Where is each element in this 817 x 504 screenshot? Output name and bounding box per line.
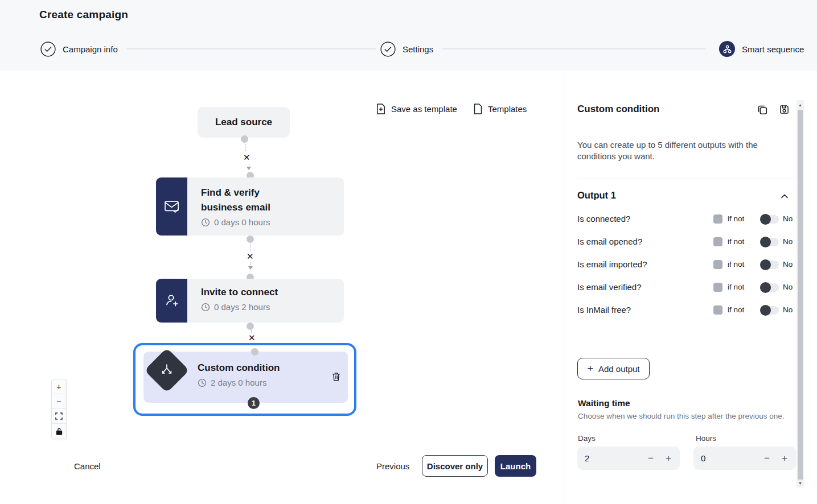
condition-row: Is email opened? if not No xyxy=(577,237,797,248)
check-circle-icon xyxy=(380,42,396,57)
node-title: Custom condition xyxy=(198,361,280,375)
page-title: Create campaign xyxy=(39,9,128,21)
connector-line xyxy=(251,262,251,265)
output-count-badge: 1 xyxy=(248,397,260,409)
scroll-up-icon[interactable]: ▲ xyxy=(797,101,804,109)
condition-label: Is email imported? xyxy=(577,259,647,269)
delete-node-button[interactable] xyxy=(329,369,343,384)
node-custom-condition[interactable]: Custom condition 2 days 0 hours 1 xyxy=(143,352,348,403)
connector-handle-dot xyxy=(247,323,254,330)
condition-row: Is InMail free? if not No xyxy=(577,305,797,316)
add-output-label: Add output xyxy=(598,364,640,374)
add-output-button[interactable]: + Add output xyxy=(577,358,650,379)
condition-checkbox[interactable] xyxy=(713,283,722,292)
connector-handle-dot xyxy=(247,236,254,243)
header: Create campaign Campaign info Settings S… xyxy=(0,0,817,71)
toggle-state-label: No xyxy=(783,283,793,291)
clock-icon xyxy=(201,218,210,227)
condition-label: Is InMail free? xyxy=(577,305,631,315)
if-not-label: if not xyxy=(728,214,744,223)
panel-divider xyxy=(564,71,564,504)
connector-arrow-icon xyxy=(248,266,253,270)
node-invite-to-connect[interactable]: Invite to connect 0 days 2 hours xyxy=(156,279,344,323)
condition-toggle[interactable] xyxy=(761,215,779,224)
stepper-step-campaign-info[interactable]: Campaign info xyxy=(40,41,118,57)
file-icon xyxy=(474,104,482,114)
condition-row: Is email verified? if not No xyxy=(577,282,797,294)
person-add-icon xyxy=(156,279,187,323)
node-delay: 2 days 0 hours xyxy=(198,378,280,387)
toggle-state-label: No xyxy=(783,237,793,246)
lock-icon[interactable] xyxy=(52,424,66,439)
create-campaign-screen: Create campaign Campaign info Settings S… xyxy=(0,0,817,504)
scrollbar-thumb[interactable] xyxy=(798,110,803,480)
zoom-in-icon[interactable]: + xyxy=(52,379,66,394)
output-section-title: Output 1 xyxy=(577,190,616,201)
toggle-knob xyxy=(760,259,771,270)
condition-checkbox[interactable] xyxy=(713,237,722,246)
launch-button[interactable]: Launch xyxy=(495,455,536,477)
condition-toggle[interactable] xyxy=(761,261,779,269)
fit-view-icon[interactable] xyxy=(52,409,66,424)
clock-icon xyxy=(198,378,207,387)
condition-label: Is email verified? xyxy=(577,282,642,292)
node-find-verify-email[interactable]: Find & verify business email 0 days 0 ho… xyxy=(156,177,344,236)
remove-connection-icon[interactable]: ✕ xyxy=(243,154,251,162)
condition-checkbox[interactable] xyxy=(713,214,722,224)
node-title: Find & verify business email xyxy=(201,185,292,215)
stepper-step-settings[interactable]: Settings xyxy=(380,41,433,57)
floppy-save-icon xyxy=(779,104,790,115)
hours-label: Hours xyxy=(696,434,716,443)
days-input-group: − + xyxy=(577,447,680,470)
trash-icon xyxy=(331,371,341,382)
chevron-up-icon[interactable] xyxy=(779,191,790,201)
smart-sequence-icon xyxy=(719,41,735,57)
save-as-template-button[interactable]: Save as template xyxy=(376,104,457,114)
check-circle-icon xyxy=(40,42,56,57)
condition-label: Is email opened? xyxy=(577,237,642,246)
discover-only-button[interactable]: Discover only xyxy=(422,455,488,477)
zoom-out-icon[interactable]: − xyxy=(52,394,66,409)
previous-button[interactable]: Previous xyxy=(376,461,409,471)
days-input[interactable] xyxy=(585,447,642,470)
hours-input[interactable] xyxy=(701,447,758,470)
hours-decrement-button[interactable]: − xyxy=(759,447,774,470)
condition-toggle[interactable] xyxy=(761,238,779,246)
condition-checkbox[interactable] xyxy=(713,260,722,269)
stepper-step-smart-sequence[interactable]: Smart sequence xyxy=(719,41,804,57)
connector-line xyxy=(249,163,249,166)
node-delay: 0 days 2 hours xyxy=(201,302,278,312)
days-increment-button[interactable]: + xyxy=(661,447,676,470)
step-label: Smart sequence xyxy=(742,44,804,54)
if-not-label: if not xyxy=(728,305,744,314)
panel-description: You can create up to 5 different outputs… xyxy=(577,139,771,162)
stepper-connector xyxy=(126,48,376,49)
node-lead-source[interactable]: Lead source xyxy=(198,107,290,138)
duplicate-step-button[interactable] xyxy=(757,104,768,115)
connector-arrow-icon xyxy=(247,167,251,170)
file-plus-icon xyxy=(376,104,385,114)
panel-scrollbar[interactable]: ▲ ▼ xyxy=(797,100,804,488)
remove-connection-icon[interactable]: ✕ xyxy=(247,253,254,261)
stepper-connector xyxy=(442,48,706,49)
remove-connection-icon[interactable]: ✕ xyxy=(248,334,256,342)
hours-increment-button[interactable]: + xyxy=(777,447,792,470)
templates-button[interactable]: Templates xyxy=(474,104,527,114)
node-title: Lead source xyxy=(215,117,272,128)
condition-label: Is connected? xyxy=(577,214,630,224)
toggle-knob xyxy=(760,305,771,316)
condition-checkbox[interactable] xyxy=(713,305,722,315)
connector-line xyxy=(251,244,251,251)
condition-toggle[interactable] xyxy=(761,283,779,292)
save-step-button[interactable] xyxy=(779,104,790,115)
panel-divider-line xyxy=(577,179,795,179)
hours-input-group: − + xyxy=(693,447,796,470)
waiting-time-description: Choose when we should run this step afte… xyxy=(578,412,784,420)
days-label: Days xyxy=(578,434,596,443)
clock-icon xyxy=(201,303,210,312)
node-custom-condition-selection[interactable]: Custom condition 2 days 0 hours 1 xyxy=(133,343,356,416)
cancel-button[interactable]: Cancel xyxy=(74,461,101,471)
days-decrement-button[interactable]: − xyxy=(643,447,658,470)
condition-toggle[interactable] xyxy=(761,306,779,315)
scroll-down-icon[interactable]: ▼ xyxy=(797,479,804,487)
